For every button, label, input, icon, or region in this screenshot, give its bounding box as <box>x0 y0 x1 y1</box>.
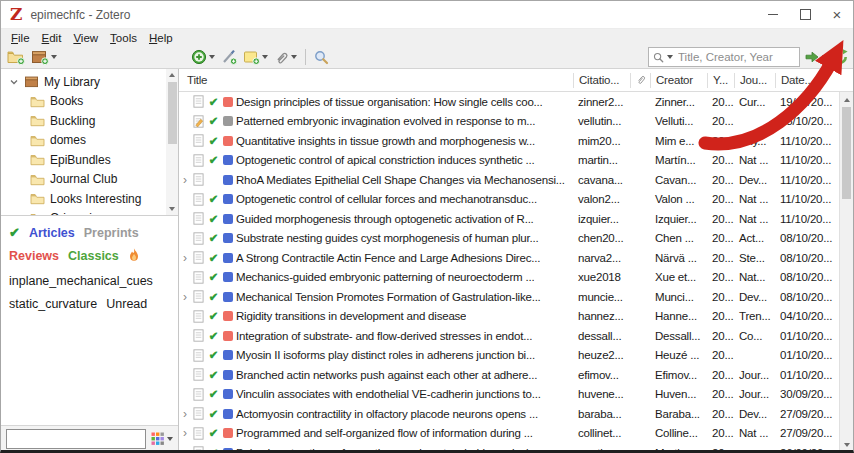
tag-selector-tag[interactable]: Unread <box>106 297 147 311</box>
menu-item[interactable]: Help <box>143 32 179 44</box>
year-cell: 20... <box>707 135 734 147</box>
scrollbar-thumb[interactable] <box>842 107 851 199</box>
check-tag-icon: ✔ <box>207 348 220 362</box>
year-cell: 20... <box>707 369 734 381</box>
scroll-down-icon[interactable] <box>840 438 853 451</box>
table-row[interactable]: › ✔ Pulsed contractions of an actin–myos… <box>179 443 853 452</box>
folder-icon <box>30 114 45 127</box>
citation-key-cell: dessall... <box>573 330 630 342</box>
table-row[interactable]: › ✔ RhoA Mediates Epithelial Cell Shape … <box>179 170 853 190</box>
items-scrollbar[interactable] <box>839 92 853 452</box>
new-note-button[interactable] <box>243 49 268 65</box>
tag-selector-footer <box>1 425 178 452</box>
menu-item[interactable]: Tools <box>104 32 143 44</box>
tag-selector-tag[interactable]: Preprints <box>84 226 139 240</box>
table-row[interactable]: › ✔ Myosin II isoforms play distinct rol… <box>179 346 853 366</box>
column-header-citation-key[interactable]: Citatio... <box>573 73 630 88</box>
table-row[interactable]: › ✔ Integration of substrate- and flow-d… <box>179 326 853 346</box>
close-button[interactable]: × <box>821 1 853 28</box>
table-row[interactable]: › ✔ Vinculin associates with endothelial… <box>179 385 853 405</box>
tag-color-picker-button[interactable] <box>151 432 173 446</box>
table-row[interactable]: › ✔ Programmed and self-organized flow o… <box>179 424 853 444</box>
date-cell: 19/10/20... <box>775 96 839 108</box>
add-attachment-button[interactable] <box>274 50 297 65</box>
add-by-identifier-button[interactable] <box>221 49 237 65</box>
expand-chevron-icon[interactable]: › <box>183 427 190 439</box>
sidebar-collection[interactable]: Books <box>1 92 178 112</box>
table-row[interactable]: › ✔ Branched actin networks push against… <box>179 365 853 385</box>
tag-color-square <box>223 116 233 126</box>
sidebar-collection[interactable]: Buckling <box>1 111 178 131</box>
tag-selector-tag[interactable]: static_curvature <box>9 297 97 311</box>
item-title: Integration of substrate- and flow-deriv… <box>236 330 532 342</box>
maximize-button[interactable] <box>789 1 821 28</box>
scroll-up-icon[interactable] <box>166 69 178 81</box>
table-row[interactable]: › ✔ Optogenetic control of apical constr… <box>179 151 853 171</box>
sync-button[interactable] <box>832 49 848 65</box>
expand-chevron-icon[interactable]: › <box>183 408 190 420</box>
column-header-date[interactable]: Date... <box>775 73 839 88</box>
sidebar-collection[interactable]: Journal Club <box>1 170 178 190</box>
check-tag-icon: ✔ <box>207 192 220 206</box>
search-input[interactable] <box>676 50 795 64</box>
column-header-creator[interactable]: Creator <box>650 73 707 88</box>
tag-selector-tag[interactable]: Classics <box>68 249 119 263</box>
expand-chevron-icon[interactable]: › <box>183 252 190 264</box>
advanced-search-button[interactable] <box>314 50 329 65</box>
paperclip-icon <box>636 74 646 86</box>
check-tag-icon[interactable]: ✔ <box>9 225 20 240</box>
item-type-icon <box>193 388 204 401</box>
column-header-journal[interactable]: Jou... <box>734 73 775 88</box>
item-title: Optogenetic control of apical constricti… <box>236 154 535 166</box>
table-row[interactable]: › ✔ Optogenetic control of cellular forc… <box>179 190 853 210</box>
table-row[interactable]: › ✔ Rigidity transitions in development … <box>179 307 853 327</box>
expand-chevron-icon[interactable]: › <box>183 291 190 303</box>
table-row[interactable]: › ✔ Mechanics-guided embryonic patternin… <box>179 268 853 288</box>
column-header-year[interactable]: Y... <box>707 73 734 88</box>
sidebar-collection[interactable]: domes <box>1 131 178 151</box>
citation-key-cell: heuze2... <box>573 349 630 361</box>
table-row[interactable]: › ✔ Mechanical Tension Promotes Formatio… <box>179 287 853 307</box>
new-item-button[interactable] <box>191 49 215 65</box>
column-header-title[interactable]: Title <box>179 73 573 88</box>
menu-item[interactable]: Edit <box>36 32 68 44</box>
tag-selector-tag[interactable]: Reviews <box>9 249 59 263</box>
new-library-button[interactable] <box>31 49 57 65</box>
tag-selector-tag[interactable]: Articles <box>29 226 75 240</box>
journal-cell: Nat ... <box>734 427 775 439</box>
collections-scrollbar[interactable] <box>166 69 178 215</box>
item-title: Substrate nesting guides cyst morphogene… <box>236 232 539 244</box>
scroll-down-icon[interactable] <box>166 203 178 215</box>
journal-cell: Cur... <box>734 96 775 108</box>
menu-item[interactable]: File <box>5 32 36 44</box>
sidebar-collection[interactable]: EpiBundles <box>1 150 178 170</box>
table-row[interactable]: › ✔ Substrate nesting guides cyst morpho… <box>179 229 853 249</box>
tag-color-square <box>223 311 233 321</box>
item-title: Guided morphogenesis through optogenetic… <box>236 213 534 225</box>
scrollbar-thumb[interactable] <box>168 82 177 144</box>
sidebar-item-my-library[interactable]: My Library <box>1 72 178 92</box>
new-collection-button[interactable] <box>7 49 25 65</box>
table-row[interactable]: › ✔ Quantitative insights in tissue grow… <box>179 131 853 151</box>
tag-filter-input[interactable] <box>6 429 146 449</box>
column-header-attachment[interactable] <box>630 73 650 88</box>
expand-chevron-icon[interactable]: › <box>183 174 190 186</box>
table-row[interactable]: › ✔ Actomyosin contractility in olfactor… <box>179 404 853 424</box>
flame-tag-icon[interactable] <box>128 251 140 265</box>
table-row[interactable]: › ✔ Design principles of tissue organisa… <box>179 92 853 112</box>
tag-selector-tag[interactable]: inplane_mechanical_cues <box>9 274 153 288</box>
sidebar-collection[interactable]: Origami <box>1 209 178 216</box>
scroll-up-icon[interactable] <box>840 93 853 106</box>
item-title: Pulsed contractions of an actin–myosin n… <box>236 447 546 452</box>
table-row[interactable]: › ✔ Guided morphogenesis through optogen… <box>179 209 853 229</box>
menu-item[interactable]: View <box>67 32 104 44</box>
locate-button[interactable] <box>804 50 828 64</box>
folder-icon <box>30 153 45 166</box>
minimize-button[interactable] <box>757 1 789 28</box>
table-row[interactable]: › ✔ A Strong Contractile Actin Fence and… <box>179 248 853 268</box>
chevron-down-icon[interactable] <box>9 77 19 87</box>
toolbar <box>1 46 853 69</box>
sidebar-collection[interactable]: Looks Interesting <box>1 189 178 209</box>
check-tag-icon: ✔ <box>207 426 220 440</box>
table-row[interactable]: › ✔ Patterned embryonic invagination evo… <box>179 112 853 132</box>
